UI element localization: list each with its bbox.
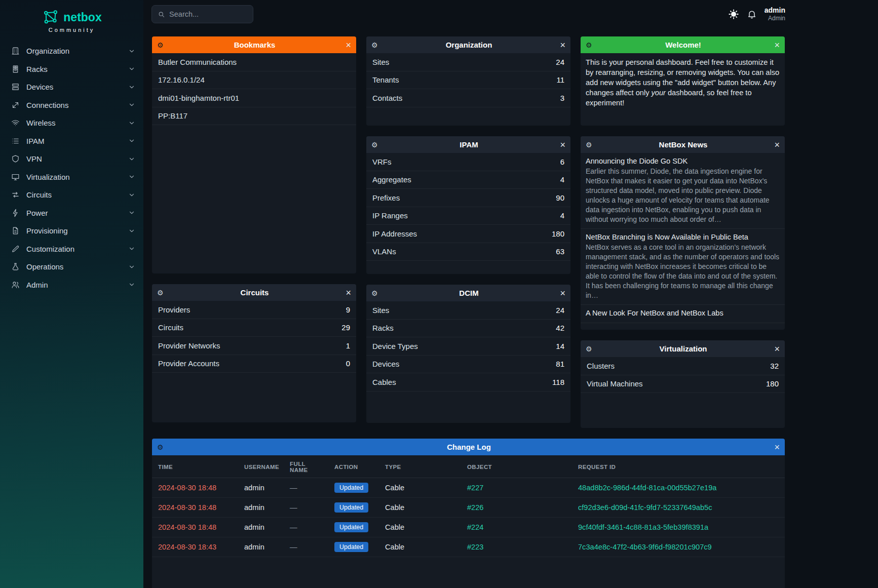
- chevron-down-icon: [128, 48, 135, 55]
- chevron-down-icon: [128, 245, 135, 252]
- request-id-link[interactable]: cf92d3e6-d09d-41fc-9fd7-52337649ab5c: [578, 503, 712, 512]
- theme-toggle-icon[interactable]: [728, 9, 739, 20]
- object-link[interactable]: #226: [467, 503, 483, 512]
- gear-icon[interactable]: ⚙: [157, 42, 164, 49]
- change-full-name: —: [284, 478, 328, 498]
- bookmark-item[interactable]: Butler Communications: [152, 53, 356, 71]
- stat-row[interactable]: IP Ranges4: [366, 207, 570, 225]
- sidebar-item-label: Admin: [26, 281, 48, 289]
- news-headline-link[interactable]: NetBox Branching is Now Available in Pub…: [586, 233, 780, 241]
- gear-icon[interactable]: ⚙: [371, 290, 378, 297]
- gear-icon[interactable]: ⚙: [586, 345, 592, 352]
- action-badge: Updated: [334, 522, 368, 532]
- change-time-link[interactable]: 2024-08-30 18:48: [158, 484, 216, 492]
- object-link[interactable]: #223: [467, 543, 483, 551]
- change-time-link[interactable]: 2024-08-30 18:48: [158, 503, 216, 512]
- users-icon: [11, 281, 20, 289]
- bookmark-item[interactable]: 172.16.0.1/24: [152, 71, 356, 90]
- stat-row[interactable]: Sites24: [366, 53, 570, 71]
- change-time-link[interactable]: 2024-08-30 18:48: [158, 523, 216, 531]
- sidebar-item-label: Organization: [26, 47, 69, 55]
- object-link[interactable]: #224: [467, 523, 483, 531]
- close-icon[interactable]: ×: [560, 41, 565, 50]
- stat-row[interactable]: Virtual Machines180: [581, 375, 785, 394]
- close-icon[interactable]: ×: [774, 41, 780, 50]
- netbox-logo[interactable]: netbox Community: [0, 5, 143, 40]
- bookmark-item[interactable]: PP:B117: [152, 107, 356, 126]
- change-type: Cable: [379, 498, 461, 518]
- gear-icon[interactable]: ⚙: [157, 444, 164, 451]
- search-input[interactable]: [169, 10, 247, 18]
- close-icon[interactable]: ×: [346, 41, 351, 50]
- stat-row[interactable]: IP Addresses180: [366, 225, 570, 243]
- stat-row[interactable]: Contacts3: [366, 89, 570, 107]
- gear-icon[interactable]: ⚙: [586, 42, 592, 49]
- stat-row[interactable]: Racks42: [366, 320, 570, 338]
- change-log-table: TIME USERNAME FULL NAME ACTION TYPE OBJE…: [152, 455, 785, 557]
- gear-icon[interactable]: ⚙: [157, 289, 164, 296]
- sidebar-item-racks[interactable]: Racks: [0, 60, 143, 79]
- change-type: Cable: [379, 537, 461, 557]
- stat-row[interactable]: Aggregates4: [366, 171, 570, 189]
- stat-row[interactable]: Provider Networks1: [152, 337, 356, 355]
- sidebar-item-admin[interactable]: Admin: [0, 276, 143, 294]
- search-box[interactable]: [151, 5, 253, 23]
- stat-row[interactable]: VLANs63: [366, 243, 570, 261]
- stat-row[interactable]: Circuits29: [152, 319, 356, 337]
- news-headline-link[interactable]: A New Look For NetBox and NetBox Labs: [586, 309, 780, 317]
- stat-row[interactable]: Clusters32: [581, 357, 785, 375]
- stat-row[interactable]: Devices81: [366, 356, 570, 374]
- notifications-bell-icon[interactable]: [747, 9, 757, 19]
- chevron-down-icon: [128, 209, 135, 216]
- close-icon[interactable]: ×: [774, 443, 780, 452]
- stat-row[interactable]: Device Types14: [366, 337, 570, 356]
- request-id-link[interactable]: 9cf40fdf-3461-4c88-81a3-5feb39f8391a: [578, 523, 708, 531]
- sidebar-item-operations[interactable]: Operations: [0, 258, 143, 276]
- user-menu[interactable]: admin Admin: [765, 6, 785, 22]
- close-icon[interactable]: ×: [560, 289, 565, 298]
- stat-row[interactable]: Providers9: [152, 301, 356, 319]
- sidebar-item-circuits[interactable]: Circuits: [0, 186, 143, 204]
- stat-row[interactable]: VRFs6: [366, 153, 570, 171]
- sidebar-item-devices[interactable]: Devices: [0, 78, 143, 96]
- bookmark-item[interactable]: dmi01-binghamton-rtr01: [152, 89, 356, 107]
- sidebar-item-virtualization[interactable]: Virtualization: [0, 168, 143, 186]
- sidebar-item-customization[interactable]: Customization: [0, 240, 143, 258]
- object-link[interactable]: #227: [467, 484, 483, 492]
- widget-title: Welcome!: [596, 41, 771, 49]
- stat-row[interactable]: Provider Accounts0: [152, 355, 356, 373]
- change-type: Cable: [379, 518, 461, 537]
- close-icon[interactable]: ×: [346, 288, 351, 297]
- virtualization-widget-header: ⚙ Virtualization ×: [581, 340, 785, 357]
- change-username: admin: [238, 478, 284, 498]
- stat-row[interactable]: Sites24: [366, 301, 570, 320]
- gear-icon[interactable]: ⚙: [586, 141, 592, 148]
- widget-title: Virtualization: [596, 344, 771, 353]
- sidebar-item-organization[interactable]: Organization: [0, 42, 143, 60]
- change-time-link[interactable]: 2024-08-30 18:43: [158, 543, 216, 551]
- sidebar-item-ipam[interactable]: IPAM: [0, 132, 143, 150]
- sidebar-item-label: IPAM: [26, 137, 45, 145]
- news-headline-link[interactable]: Announcing the Diode Go SDK: [586, 157, 780, 165]
- sidebar-item-provisioning[interactable]: Provisioning: [0, 222, 143, 240]
- sidebar-item-power[interactable]: Power: [0, 204, 143, 222]
- request-id-link[interactable]: 48ad8b2c-986d-44fd-81ca-00d55b27e19a: [578, 484, 716, 492]
- gear-icon[interactable]: ⚙: [371, 141, 378, 148]
- request-id-link[interactable]: 7c3a4e8c-47f2-4b63-9f6d-f98201c907c9: [578, 543, 712, 551]
- change-full-name: —: [284, 498, 328, 518]
- sidebar-item-connections[interactable]: Connections: [0, 96, 143, 114]
- column-header-request-id: REQUEST ID: [572, 455, 785, 478]
- widget-title: Change Log: [168, 443, 771, 451]
- close-icon[interactable]: ×: [560, 140, 565, 149]
- close-icon[interactable]: ×: [774, 140, 780, 149]
- welcome-widget: ⚙ Welcome! × This is your personal dashb…: [581, 36, 785, 126]
- search-icon: [158, 11, 165, 18]
- sidebar-item-wireless[interactable]: Wireless: [0, 114, 143, 132]
- stat-row[interactable]: Tenants11: [366, 71, 570, 90]
- stat-row[interactable]: Prefixes90: [366, 189, 570, 207]
- gear-icon[interactable]: ⚙: [371, 42, 378, 49]
- close-icon[interactable]: ×: [774, 344, 780, 354]
- sidebar-item-vpn[interactable]: VPN: [0, 150, 143, 168]
- widget-title: Bookmarks: [168, 41, 342, 49]
- stat-row[interactable]: Cables118: [366, 373, 570, 391]
